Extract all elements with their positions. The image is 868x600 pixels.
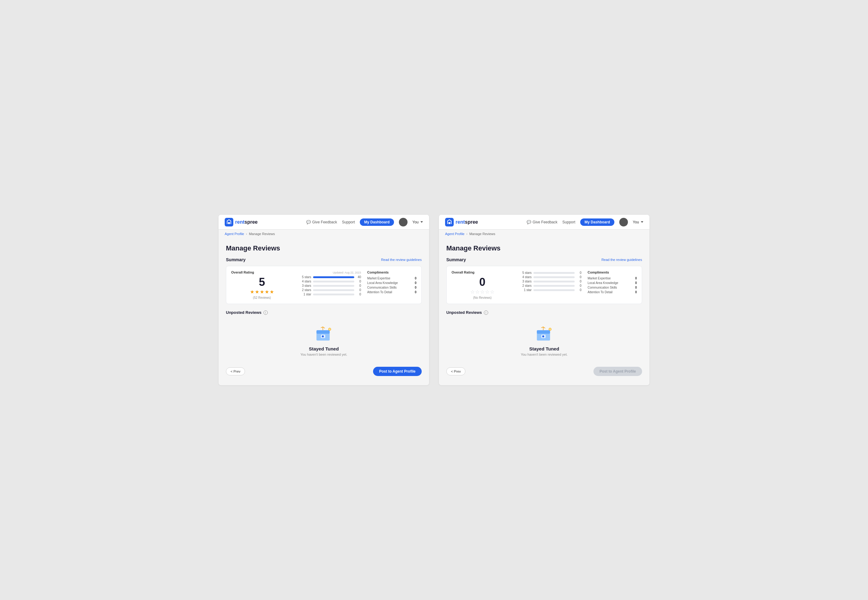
panel-right: rentspree 💬Give FeedbackSupportMy Dashbo… <box>439 215 649 385</box>
star-3: ☆ <box>480 289 484 295</box>
give-feedback-nav[interactable]: 💬Give Feedback <box>527 220 557 224</box>
svg-line-17 <box>541 327 543 328</box>
bar-label-3: 2 stars <box>299 288 311 292</box>
my-dashboard-button[interactable]: My Dashboard <box>580 218 615 226</box>
compliment-count-1: 0 <box>635 281 637 285</box>
compliment-name-0: Market Expertise <box>587 277 611 280</box>
summary-box: Overall Rating0☆☆☆☆☆(No Reviews) 5 stars… <box>446 266 642 304</box>
compliment-count-2: 0 <box>414 286 416 289</box>
bar-count-4: 0 <box>356 292 361 296</box>
svg-point-5 <box>322 335 324 337</box>
logo-icon <box>225 218 233 226</box>
unposted-header: Unposted Reviews i <box>446 310 642 315</box>
stars-row: ★★★★★ <box>231 289 293 295</box>
bar-label-2: 3 stars <box>519 280 531 283</box>
breadcrumb: Agent Profile›Manage Reviews <box>219 230 429 238</box>
compliment-row-2: Communication Skills 0 <box>587 286 637 289</box>
star-2: ★ <box>255 289 259 295</box>
user-menu[interactable]: You <box>413 220 423 224</box>
logo[interactable]: rentspree <box>225 218 258 226</box>
bar-track-4 <box>313 294 354 295</box>
feedback-icon: 💬 <box>306 220 311 224</box>
overall-rating-col: Overall Rating5★★★★★(52 Reviews) <box>231 270 293 299</box>
star-5: ☆ <box>490 289 494 295</box>
bar-row-2: 3 stars 0 <box>299 284 361 287</box>
unposted-title: Unposted Reviews <box>226 310 262 315</box>
review-guidelines-link[interactable]: Read the review guidelines <box>601 258 642 262</box>
bar-track-2 <box>313 285 354 287</box>
compliment-name-2: Communication Skills <box>587 286 617 289</box>
compliment-count-2: 0 <box>635 286 637 289</box>
user-menu[interactable]: You <box>633 220 643 224</box>
bar-track-1 <box>533 276 575 278</box>
summary-box: Overall Rating5★★★★★(52 Reviews)Updated:… <box>226 266 422 304</box>
compliment-count-1: 0 <box>414 281 416 285</box>
reviews-count: (No Reviews) <box>452 296 513 299</box>
compliments-title: Compliments <box>367 270 416 274</box>
give-feedback-nav[interactable]: 💬Give Feedback <box>306 220 337 224</box>
bar-row-3: 2 stars 0 <box>519 284 581 287</box>
breadcrumb-separator: › <box>466 232 467 236</box>
bar-count-3: 0 <box>577 284 581 287</box>
info-icon[interactable]: i <box>264 311 268 315</box>
compliment-name-0: Market Expertise <box>367 277 390 280</box>
svg-line-18 <box>543 327 545 328</box>
breadcrumb: Agent Profile›Manage Reviews <box>439 230 649 238</box>
compliment-count-0: 0 <box>414 277 416 280</box>
compliment-name-1: Local Area Knowledge <box>367 281 398 285</box>
navbar-right: 💬Give FeedbackSupportMy DashboardYou <box>527 218 643 226</box>
prev-button[interactable]: < Prev <box>446 367 465 376</box>
svg-point-19 <box>549 328 551 330</box>
you-label: You <box>633 220 639 224</box>
rating-number: 0 <box>452 277 513 288</box>
my-dashboard-button[interactable]: My Dashboard <box>360 218 394 226</box>
feedback-icon: 💬 <box>527 220 531 224</box>
bar-label-1: 4 stars <box>519 276 531 279</box>
bar-count-0: 0 <box>577 271 581 274</box>
bar-row-0: 5 stars 40 <box>299 276 361 279</box>
overall-rating-label: Overall Rating <box>452 270 513 274</box>
info-icon[interactable]: i <box>484 311 488 315</box>
summary-title: Summary <box>226 257 246 262</box>
compliment-name-3: Attention To Detail <box>367 291 392 294</box>
reviews-count: (52 Reviews) <box>231 296 293 299</box>
chevron-down-icon <box>420 221 423 223</box>
logo[interactable]: rentspree <box>445 218 478 226</box>
compliment-row-3: Attention To Detail 0 <box>367 291 416 294</box>
post-to-agent-profile-button[interactable]: Post to Agent Profile <box>373 367 422 376</box>
breadcrumb-parent[interactable]: Agent Profile <box>445 232 464 236</box>
svg-rect-1 <box>228 222 230 224</box>
breadcrumb-parent[interactable]: Agent Profile <box>225 232 244 236</box>
bar-row-4: 1 star 0 <box>299 292 361 296</box>
svg-point-9 <box>328 328 331 330</box>
support-nav[interactable]: Support <box>562 220 575 224</box>
bar-count-3: 0 <box>356 288 361 292</box>
give-feedback-label: Give Feedback <box>312 220 337 224</box>
star-1: ★ <box>250 289 254 295</box>
star-4: ★ <box>265 289 269 295</box>
bar-row-3: 2 stars 0 <box>299 288 361 292</box>
empty-title: Stayed Tuned <box>309 346 338 352</box>
updated-text: Updated: Aug 22, 2023 <box>299 271 361 274</box>
empty-subtitle: You haven't been reviewed yet. <box>521 353 568 356</box>
compliment-name-2: Communication Skills <box>367 286 397 289</box>
unposted-section: Unposted Reviews i Stayed TunedYou haven… <box>446 310 642 359</box>
star-2: ☆ <box>475 289 480 295</box>
navbar: rentspree 💬Give FeedbackSupportMy Dashbo… <box>219 215 429 230</box>
unposted-section: Unposted Reviews i Stayed TunedYou haven… <box>226 310 422 359</box>
svg-line-7 <box>321 327 323 328</box>
overall-rating-label: Overall Rating <box>231 270 293 274</box>
page-wrapper: rentspree 💬Give FeedbackSupportMy Dashbo… <box>219 215 649 385</box>
breadcrumb-current: Manage Reviews <box>249 232 275 236</box>
bars-col: 5 stars 0 4 stars 0 3 stars 0 2 stars 0 <box>519 270 581 299</box>
logo-text: rentspree <box>455 220 478 225</box>
bar-track-3 <box>313 289 354 291</box>
prev-button[interactable]: < Prev <box>226 367 245 376</box>
support-nav[interactable]: Support <box>342 220 355 224</box>
review-guidelines-link[interactable]: Read the review guidelines <box>381 258 422 262</box>
summary-title: Summary <box>446 257 466 262</box>
main-content: Manage Reviews Summary Read the review g… <box>439 238 649 385</box>
footer-buttons: < PrevPost to Agent Profile <box>446 367 642 376</box>
bar-track-2 <box>533 280 575 282</box>
bar-count-1: 0 <box>577 276 581 279</box>
